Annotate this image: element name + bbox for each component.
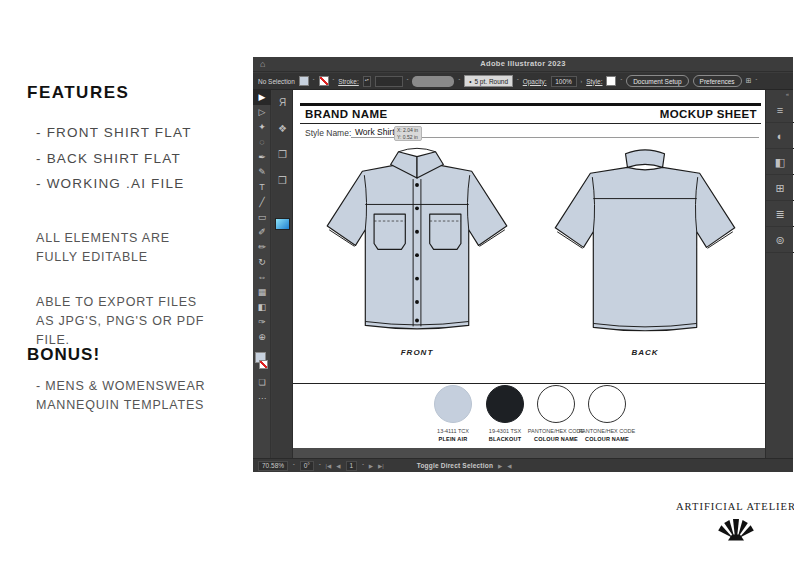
- swatch-label[interactable]: PANTONE/HEX CODE COLOUR NAME: [577, 427, 637, 444]
- logo-fan-emblem: [714, 514, 758, 541]
- back-view-label[interactable]: BACK: [605, 348, 685, 357]
- colorway-swatch[interactable]: [537, 385, 575, 423]
- chevron-down-icon[interactable]: ˇ: [517, 78, 519, 84]
- chevron-down-icon[interactable]: ˇ: [756, 78, 758, 84]
- chevron-down-icon[interactable]: ˇ: [362, 463, 364, 469]
- next-artboard-icon[interactable]: ▶: [369, 463, 373, 469]
- layers-panel-icon[interactable]: ❖: [272, 116, 293, 142]
- next-icon[interactable]: ▶: [498, 463, 502, 469]
- chevron-down-icon[interactable]: ˇ: [313, 78, 315, 84]
- gradient-tool-icon[interactable]: ◧: [253, 300, 271, 315]
- mesh-tool-icon[interactable]: ▦: [253, 285, 271, 300]
- feature-item: - FRONT SHIRT FLAT: [36, 120, 192, 146]
- preferences-button[interactable]: Preferences: [693, 75, 742, 87]
- type-tool-icon[interactable]: T: [253, 180, 271, 195]
- swatch-name: PLEIN AIR: [423, 435, 483, 443]
- first-artboard-icon[interactable]: |◀: [326, 463, 332, 469]
- rectangle-tool-icon[interactable]: ▭: [253, 210, 271, 225]
- more-tools-icon[interactable]: ⋯: [253, 394, 271, 403]
- shaper-tool-icon[interactable]: ✏: [253, 240, 271, 255]
- colorway-swatch[interactable]: [434, 385, 472, 423]
- arrange-documents-icon[interactable]: ⊞: [746, 77, 752, 85]
- style-name-label[interactable]: Style Name:: [305, 128, 351, 138]
- selection-status: No Selection: [258, 78, 295, 85]
- fill-color-chip[interactable]: [299, 76, 309, 86]
- artboards-panel-icon[interactable]: ❐: [272, 142, 293, 168]
- style-chip[interactable]: [606, 76, 616, 86]
- line-segment-tool-icon[interactable]: ╱: [253, 195, 271, 210]
- mockup-sheet-title[interactable]: MOCKUP SHEET: [660, 108, 757, 120]
- brush-preset-value: 5 pt. Round: [474, 78, 508, 85]
- gradient-swatch-thumbnail[interactable]: [275, 218, 290, 230]
- color-panel-icon[interactable]: ◐: [766, 123, 794, 149]
- opacity-panel-link[interactable]: Opacity:: [523, 78, 547, 85]
- stroke-weight-dropdown[interactable]: [375, 76, 403, 87]
- back-shirt-flat[interactable]: [533, 142, 758, 342]
- chevron-down-icon[interactable]: ˇ: [407, 78, 409, 84]
- selection-tool-icon[interactable]: ▶: [253, 90, 271, 105]
- paintbrush-tool-icon[interactable]: ✐: [253, 225, 271, 240]
- brush-bullet-icon: •: [469, 78, 471, 85]
- pen-tool-icon[interactable]: ✒: [253, 150, 271, 165]
- opacity-value-field[interactable]: 100%: [551, 76, 577, 87]
- style-panel-link[interactable]: Style:: [586, 78, 602, 85]
- prev-icon[interactable]: ◀: [507, 463, 511, 469]
- swatch-code: 19-4301 TSX: [489, 428, 521, 434]
- chevron-down-icon[interactable]: ˇ: [458, 78, 460, 84]
- stroke-weight-stepper[interactable]: ▴▾: [363, 76, 371, 87]
- zoom-tool-icon[interactable]: ⊕: [253, 330, 271, 345]
- chevron-down-icon[interactable]: ˇ: [319, 463, 321, 469]
- colorway-swatch[interactable]: [486, 385, 524, 423]
- brand-logo: ARTIFICIAL ATELIER: [670, 501, 794, 541]
- swatch-label[interactable]: 13-4111 TCX PLEIN AIR: [423, 427, 483, 444]
- logo-text: ARTIFICIAL ATELIER: [670, 501, 794, 512]
- tools-panel: ▶ ▷ ✦ ◌ ✒ ✎ T ╱ ▭ ✐ ✏ ↻ ⇔ ▦ ◧ ✑ ⊕ ❏ ⋯: [253, 90, 271, 458]
- artboard-number-field[interactable]: 1: [346, 461, 358, 471]
- curvature-tool-icon[interactable]: ✎: [253, 165, 271, 180]
- colorway-swatch[interactable]: [588, 385, 626, 423]
- header-underline: [300, 123, 761, 124]
- magic-wand-tool-icon[interactable]: ✦: [253, 120, 271, 135]
- features-heading: FEATURES: [27, 83, 129, 103]
- collapse-panels-icon[interactable]: «: [766, 90, 793, 97]
- last-artboard-icon[interactable]: ▶|: [378, 463, 384, 469]
- chevron-down-icon[interactable]: ˇ: [620, 78, 622, 84]
- bonus-note: - MENS & WOMENSWEAR MANNEQUIN TEMPLATES: [36, 377, 205, 415]
- width-profile-dropdown[interactable]: [412, 76, 454, 87]
- feature-item: - WORKING .AI FILE: [36, 171, 192, 197]
- layers-panel-icon[interactable]: ≣: [766, 201, 794, 227]
- document-setup-button[interactable]: Document Setup: [626, 75, 688, 87]
- touch-type-panel-icon[interactable]: Я: [272, 90, 293, 116]
- transform-panel-icon[interactable]: ⊞: [766, 175, 794, 201]
- control-bar: No Selection ˇ ˇ Stroke: ▴▾ ˇ ˇ • 5 pt. …: [253, 73, 793, 90]
- eyedropper-tool-icon[interactable]: ✑: [253, 315, 271, 330]
- brand-name-text[interactable]: BRAND NAME: [305, 108, 388, 120]
- front-view-label[interactable]: FRONT: [377, 348, 457, 357]
- swatch-section-divider: [293, 383, 765, 384]
- illustrator-window: ⌂ Adobe Illustrator 2023 No Selection ˇ …: [253, 57, 793, 472]
- rotation-field[interactable]: 0°: [300, 461, 314, 471]
- scale-tool-icon[interactable]: ⇔: [253, 270, 271, 285]
- chevron-right-icon[interactable]: ›: [581, 78, 583, 84]
- rotate-tool-icon[interactable]: ↻: [253, 255, 271, 270]
- properties-panel-icon[interactable]: ≡: [766, 97, 794, 123]
- gradient-panel-icon[interactable]: ◧: [766, 149, 794, 175]
- page: FEATURES - FRONT SHIRT FLAT - BACK SHIRT…: [0, 0, 794, 562]
- header-rule: [300, 103, 761, 106]
- symbols-panel-icon[interactable]: ⊚: [766, 227, 794, 253]
- lasso-tool-icon[interactable]: ◌: [253, 135, 271, 150]
- stroke-color-chip[interactable]: [319, 76, 329, 86]
- chevron-down-icon[interactable]: ˇ: [293, 463, 295, 469]
- direct-selection-tool-icon[interactable]: ▷: [253, 105, 271, 120]
- stroke-swatch[interactable]: [259, 360, 268, 369]
- brush-preset-dropdown[interactable]: • 5 pt. Round: [464, 75, 513, 87]
- previous-artboard-icon[interactable]: ◀: [336, 463, 340, 469]
- libraries-panel-icon[interactable]: ❒: [272, 168, 293, 194]
- artboard-canvas[interactable]: BRAND NAME MOCKUP SHEET Style Name: Work…: [293, 90, 765, 458]
- chevron-down-icon[interactable]: ˇ: [333, 78, 335, 84]
- front-shirt-flat[interactable]: [305, 142, 530, 342]
- zoom-level-field[interactable]: 70.58%: [258, 461, 288, 471]
- style-name-value[interactable]: Work Shirt: [355, 127, 395, 137]
- stroke-panel-link[interactable]: Stroke:: [338, 78, 359, 85]
- artboard-tool-icon[interactable]: ❏: [253, 378, 271, 387]
